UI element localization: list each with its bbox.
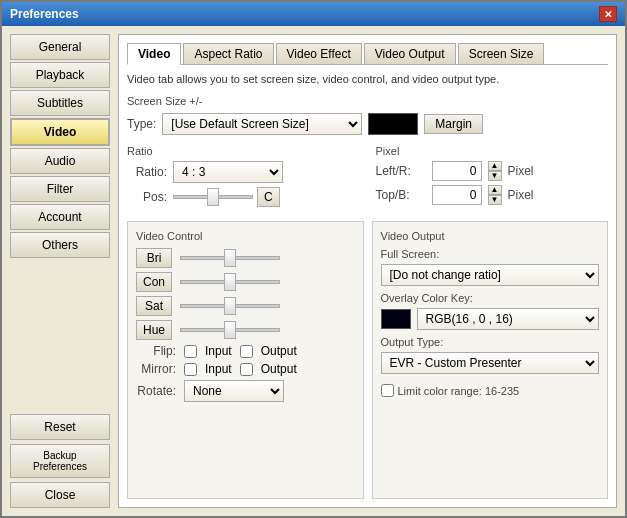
limit-color-checkbox[interactable]: [381, 384, 394, 397]
mirror-label: Mirror:: [136, 362, 176, 376]
ratio-label: Ratio:: [127, 165, 167, 179]
top-b-unit: Pixel: [508, 188, 534, 202]
flip-input-label: Input: [205, 344, 232, 358]
sidebar-item-general[interactable]: General: [10, 34, 110, 60]
sat-row: Sat: [136, 296, 355, 316]
output-type-label: Output Type:: [381, 336, 600, 348]
sidebar: General Playback Subtitles Video Audio F…: [10, 34, 110, 508]
close-button[interactable]: Close: [10, 482, 110, 508]
main-content: General Playback Subtitles Video Audio F…: [2, 26, 625, 516]
pos-slider-container: C: [173, 187, 280, 207]
sidebar-item-filter[interactable]: Filter: [10, 176, 110, 202]
limit-color-label: Limit color range: 16-235: [398, 385, 520, 397]
titlebar: Preferences ✕: [2, 2, 625, 26]
rotate-row: Rotate: None 90° 180° 270°: [136, 380, 355, 402]
output-type-select[interactable]: EVR - Custom Presenter EVR VMR9: [381, 352, 600, 374]
type-label: Type:: [127, 117, 156, 131]
flip-input-check[interactable]: [184, 345, 197, 358]
rotate-select[interactable]: None 90° 180° 270°: [184, 380, 284, 402]
tab-video[interactable]: Video: [127, 43, 181, 65]
sat-slider[interactable]: [180, 304, 280, 308]
left-r-down[interactable]: ▼: [488, 171, 502, 181]
tab-video-output[interactable]: Video Output: [364, 43, 456, 64]
sidebar-item-audio[interactable]: Audio: [10, 148, 110, 174]
top-b-label: Top/B:: [376, 188, 426, 202]
mirror-row: Mirror: Input Output: [136, 362, 355, 376]
output-type-row: Output Type: EVR - Custom Presenter EVR …: [381, 336, 600, 380]
video-output-section: Video Output Full Screen: [Do not change…: [372, 221, 609, 499]
mirror-input-label: Input: [205, 362, 232, 376]
video-control-label: Video Control: [136, 230, 355, 242]
screen-size-label: Screen Size +/-: [127, 95, 608, 107]
overlay-label: Overlay Color Key:: [381, 292, 600, 304]
full-screen-label: Full Screen:: [381, 248, 600, 260]
limit-check-row: Limit color range: 16-235: [381, 384, 600, 397]
tab-aspect-ratio[interactable]: Aspect Ratio: [183, 43, 273, 64]
sidebar-item-video[interactable]: Video: [10, 118, 110, 146]
main-panel: Video Aspect Ratio Video Effect Video Ou…: [118, 34, 617, 508]
window-title: Preferences: [10, 7, 79, 21]
con-slider[interactable]: [180, 280, 280, 284]
con-row: Con: [136, 272, 355, 292]
sidebar-item-account[interactable]: Account: [10, 204, 110, 230]
pixel-section-label: Pixel: [376, 145, 609, 157]
mirror-input-check[interactable]: [184, 363, 197, 376]
ratio-section-label: Ratio: [127, 145, 360, 157]
close-window-button[interactable]: ✕: [599, 6, 617, 22]
overlay-row: RGB(16 , 0 , 16): [381, 308, 600, 330]
tab-bar: Video Aspect Ratio Video Effect Video Ou…: [127, 43, 608, 65]
top-b-down[interactable]: ▼: [488, 195, 502, 205]
pos-label: Pos:: [127, 190, 167, 204]
sidebar-bottom: Reset Backup Preferences Close: [10, 414, 110, 508]
pixel-column: Pixel Left/R: 0 ▲ ▼ Pixel Top/B: 0: [376, 145, 609, 211]
screen-size-row: Type: [Use Default Screen Size] Custom M…: [127, 113, 608, 135]
bri-button[interactable]: Bri: [136, 248, 172, 268]
left-r-unit: Pixel: [508, 164, 534, 178]
flip-output-check[interactable]: [240, 345, 253, 358]
left-r-label: Left/R:: [376, 164, 426, 178]
ratio-column: Ratio Ratio: 4 : 3 16 : 9 Original Pos:: [127, 145, 360, 211]
ratio-pixel-section: Ratio Ratio: 4 : 3 16 : 9 Original Pos:: [127, 145, 608, 211]
mirror-output-check[interactable]: [240, 363, 253, 376]
sidebar-item-subtitles[interactable]: Subtitles: [10, 90, 110, 116]
left-r-input[interactable]: 0: [432, 161, 482, 181]
con-button[interactable]: Con: [136, 272, 172, 292]
reset-button[interactable]: Reset: [10, 414, 110, 440]
video-output-label: Video Output: [381, 230, 600, 242]
full-screen-select[interactable]: [Do not change ratio] Stretch Fit: [381, 264, 600, 286]
preferences-window: Preferences ✕ General Playback Subtitles…: [0, 0, 627, 518]
top-b-spinner: ▲ ▼: [488, 185, 502, 205]
hue-button[interactable]: Hue: [136, 320, 172, 340]
bri-row: Bri: [136, 248, 355, 268]
sidebar-item-playback[interactable]: Playback: [10, 62, 110, 88]
hue-slider[interactable]: [180, 328, 280, 332]
rotate-label: Rotate:: [136, 384, 176, 398]
description: Video tab allows you to set screen size,…: [127, 73, 608, 85]
ratio-select[interactable]: 4 : 3 16 : 9 Original: [173, 161, 283, 183]
tab-video-effect[interactable]: Video Effect: [276, 43, 362, 64]
hue-row: Hue: [136, 320, 355, 340]
bottom-sections: Video Control Bri Con Sat Hue: [127, 221, 608, 499]
sidebar-item-others[interactable]: Others: [10, 232, 110, 258]
margin-button[interactable]: Margin: [424, 114, 483, 134]
overlay-rgb-select[interactable]: RGB(16 , 0 , 16): [417, 308, 600, 330]
type-select[interactable]: [Use Default Screen Size] Custom: [162, 113, 362, 135]
sat-button[interactable]: Sat: [136, 296, 172, 316]
left-r-up[interactable]: ▲: [488, 161, 502, 171]
flip-label: Flip:: [136, 344, 176, 358]
c-button[interactable]: C: [257, 187, 280, 207]
pos-row: Pos: C: [127, 187, 360, 207]
pos-slider[interactable]: [173, 195, 253, 199]
tab-screen-size[interactable]: Screen Size: [458, 43, 545, 64]
mirror-output-label: Output: [261, 362, 297, 376]
top-b-input[interactable]: 0: [432, 185, 482, 205]
backup-preferences-button[interactable]: Backup Preferences: [10, 444, 110, 478]
color-preview: [368, 113, 418, 135]
flip-row: Flip: Input Output: [136, 344, 355, 358]
top-b-row: Top/B: 0 ▲ ▼ Pixel: [376, 185, 609, 205]
left-r-row: Left/R: 0 ▲ ▼ Pixel: [376, 161, 609, 181]
overlay-color-box: [381, 309, 411, 329]
video-control-section: Video Control Bri Con Sat Hue: [127, 221, 364, 499]
bri-slider[interactable]: [180, 256, 280, 260]
top-b-up[interactable]: ▲: [488, 185, 502, 195]
